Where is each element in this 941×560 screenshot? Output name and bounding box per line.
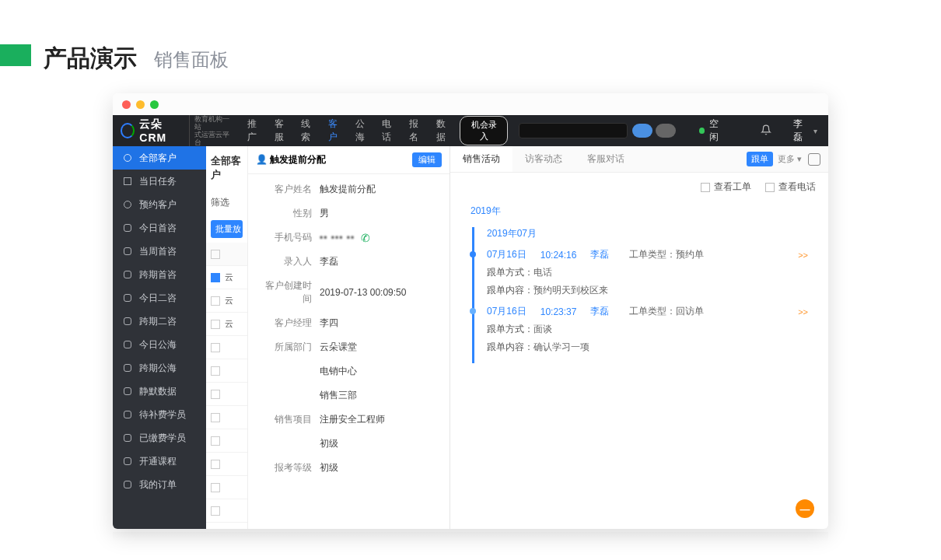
fab-button[interactable]: — <box>796 499 814 518</box>
app-logo[interactable]: 云朵CRM 教育机构一站式运营云平台 <box>121 115 240 146</box>
tab-sales[interactable]: 销售活动 <box>450 146 512 172</box>
edit-button[interactable]: 编辑 <box>412 152 442 167</box>
list-item[interactable] <box>206 406 247 429</box>
window-maximize-icon[interactable] <box>150 100 159 109</box>
nav-promote[interactable]: 推广 <box>247 117 264 144</box>
entry-content: 跟单内容：预约明天到校区来 <box>487 279 808 297</box>
label-entry: 录入人 <box>257 255 312 268</box>
person-icon: 👤 <box>256 154 268 165</box>
list-header-row <box>206 243 247 266</box>
nav-service[interactable]: 客服 <box>275 117 291 144</box>
app-window: 云朵CRM 教育机构一站式运营云平台 推广 客服 线索 客户 公海 电话 报名 … <box>113 93 828 529</box>
activity-tabs: 销售活动 访客动态 客服对话 跟单 更多 ▾ <box>450 146 828 173</box>
sidebar-item-all[interactable]: 全部客户 <box>113 146 206 170</box>
customer-detail-panel: 👤 触发提前分配 编辑 客户姓名触发提前分配 性别男 手机号码•• ••• ••… <box>248 146 450 529</box>
sidebar-item-today-task[interactable]: 当日任务 <box>113 170 206 193</box>
tab-visitor[interactable]: 访客动态 <box>512 146 575 172</box>
entry-method: 跟单方式：电话 <box>487 261 808 279</box>
sidebar-item-silent[interactable]: 静默数据 <box>113 380 206 403</box>
nav-pool[interactable]: 公海 <box>355 117 372 144</box>
sidebar-item-today-first[interactable]: 今日首咨 <box>113 216 206 240</box>
timeline-year: 2019年 <box>471 201 808 227</box>
sidebar-item-orders[interactable]: 我的订单 <box>113 473 206 496</box>
chevron-down-icon[interactable]: ▾ <box>813 127 817 135</box>
sidebar-item-topay[interactable]: 待补费学员 <box>113 403 206 426</box>
nav-enroll[interactable]: 报名 <box>409 117 425 144</box>
slide-header: 产品演示 销售面板 <box>0 0 941 93</box>
nav-data[interactable]: 数据 <box>436 117 453 144</box>
activity-panel: 销售活动 访客动态 客服对话 跟单 更多 ▾ 查看工单 查看电话 2019年 2… <box>450 146 828 529</box>
label-dept: 所属部门 <box>257 341 312 354</box>
entry-time: 10:23:37 <box>540 306 577 317</box>
status-dot-icon <box>699 128 705 134</box>
entry-expand[interactable]: >> <box>798 250 808 260</box>
value-gender: 男 <box>320 207 329 220</box>
filter-orders[interactable]: 查看工单 <box>701 180 751 194</box>
nav-leads[interactable]: 线索 <box>301 117 317 144</box>
list-item[interactable]: 云 <box>206 313 247 336</box>
phone-icon[interactable]: ✆ <box>361 232 370 244</box>
window-minimize-icon[interactable] <box>136 100 145 109</box>
list-item[interactable] <box>206 453 247 476</box>
search-input[interactable] <box>519 123 628 138</box>
follow-tag-button[interactable]: 跟单 <box>747 152 773 166</box>
sidebar-item-week-first[interactable]: 当周首咨 <box>113 240 206 263</box>
list-filter-label[interactable]: 筛选 <box>206 190 247 215</box>
list-item[interactable] <box>206 429 247 453</box>
list-item[interactable] <box>206 383 247 406</box>
value-phone: •• ••• ••✆ <box>320 231 370 244</box>
timeline-month: 2019年07月 <box>487 227 808 240</box>
activity-filters: 查看工单 查看电话 <box>450 173 828 201</box>
label-create: 客户创建时间 <box>257 279 312 306</box>
window-titlebar <box>113 93 828 115</box>
current-user[interactable]: 李磊 <box>793 117 810 144</box>
label-gender: 性别 <box>257 207 312 220</box>
nav-customers[interactable]: 客户 <box>328 117 345 144</box>
call-hangup-icon[interactable] <box>656 124 676 138</box>
value-dept2: 电销中心 <box>320 365 357 378</box>
slide-subtitle: 销售面板 <box>154 47 229 72</box>
bell-icon[interactable] <box>761 124 771 138</box>
sidebar-item-cross-second[interactable]: 跨期二咨 <box>113 310 206 333</box>
entry-expand[interactable]: >> <box>798 307 808 317</box>
list-item[interactable]: 云 <box>206 266 247 289</box>
value-entry: 李磊 <box>320 255 338 268</box>
sidebar-item-cross-first[interactable]: 跨期首咨 <box>113 263 206 286</box>
checkbox-icon <box>701 183 710 192</box>
batch-release-button[interactable]: 批量放 <box>211 220 243 238</box>
sidebar-item-open[interactable]: 开通课程 <box>113 450 206 473</box>
popout-icon[interactable] <box>808 153 820 166</box>
record-opportunity-button[interactable]: 机会录入 <box>460 116 508 145</box>
list-item[interactable]: 云 <box>206 289 247 313</box>
sidebar-item-paid[interactable]: 已缴费学员 <box>113 426 206 450</box>
entry-method: 跟单方式：面谈 <box>487 318 808 336</box>
call-controls <box>632 124 676 138</box>
label-mgr: 客户经理 <box>257 317 312 330</box>
sidebar-item-appoint[interactable]: 预约客户 <box>113 193 206 216</box>
timeline-entry[interactable]: 07月16日 10:24:16 李磊 工单类型：预约单 >> 跟单方式：电话 跟… <box>472 248 808 297</box>
filter-calls[interactable]: 查看电话 <box>765 180 816 194</box>
sidebar-item-today-pool[interactable]: 今日公海 <box>113 333 206 356</box>
entry-time: 10:24:16 <box>540 250 577 261</box>
value-dept3: 销售三部 <box>320 389 357 402</box>
list-item[interactable] <box>206 499 247 523</box>
list-item[interactable] <box>206 359 247 383</box>
nav-phone[interactable]: 电话 <box>382 117 398 144</box>
value-grade: 初级 <box>320 461 338 474</box>
app-body: 全部客户 当日任务 预约客户 今日首咨 当周首咨 跨期首咨 今日二咨 跨期二咨 … <box>113 146 828 529</box>
window-close-icon[interactable] <box>122 100 131 109</box>
activity-timeline: 2019年 2019年07月 07月16日 10:24:16 李磊 工单类型：预… <box>450 201 828 363</box>
label-proj: 销售项目 <box>257 413 312 426</box>
sidebar-item-today-second[interactable]: 今日二咨 <box>113 286 206 310</box>
call-dial-icon[interactable] <box>632 124 652 138</box>
status-text[interactable]: 空闲 <box>709 117 726 144</box>
label-grade: 报考等级 <box>257 461 312 474</box>
list-item[interactable] <box>206 476 247 499</box>
value-name: 触发提前分配 <box>320 183 376 196</box>
entry-type: 工单类型：预约单 <box>629 248 704 261</box>
timeline-entry[interactable]: 07月16日 10:23:37 李磊 工单类型：回访单 >> 跟单方式：面谈 跟… <box>472 305 808 354</box>
sidebar-item-cross-pool[interactable]: 跨期公海 <box>113 356 206 380</box>
tab-chat[interactable]: 客服对话 <box>575 146 637 172</box>
list-item[interactable] <box>206 336 247 359</box>
more-dropdown[interactable]: 更多 ▾ <box>778 153 802 165</box>
